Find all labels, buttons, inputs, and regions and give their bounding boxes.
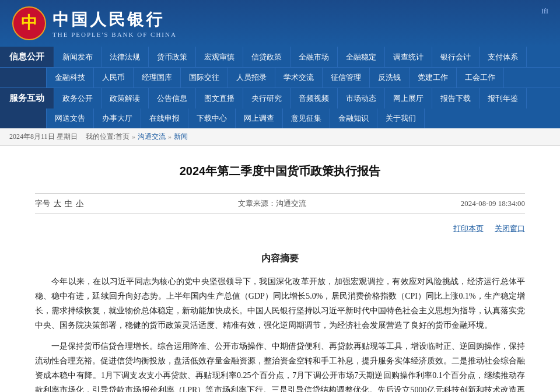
bank-emblem: 中 xyxy=(12,6,47,41)
breadcrumb-sep2: » xyxy=(168,132,172,141)
breadcrumb-date: 2024年8月11日 星期日 xyxy=(9,132,78,142)
nav-credit-management[interactable]: 征信管理 xyxy=(323,68,370,88)
print-button[interactable]: 打印本页 xyxy=(453,224,484,233)
nav-recruitment[interactable]: 人员招录 xyxy=(228,68,275,88)
font-small-btn[interactable]: 小 xyxy=(76,198,83,209)
nav-audio-video[interactable]: 音频视频 xyxy=(290,88,338,108)
font-size-controls: 字号 大 中 小 xyxy=(35,198,83,209)
nav-category-info: 信息公开 xyxy=(0,47,54,67)
nav-union[interactable]: 工会工作 xyxy=(457,68,504,88)
nav-row-1: 信息公开 新闻发布 法律法规 货币政策 宏观审慎 信贷政策 全融市场 全融稳定 … xyxy=(0,47,560,67)
article-title: 2024年第二季度中国货币政策执行报告 xyxy=(35,163,525,179)
nav-about-us[interactable]: 关于我们 xyxy=(377,108,425,128)
page-header: 中 中国人民银行 THE PEOPLE'S BANK OF CHINA IfI xyxy=(0,0,560,47)
main-navigation: 信息公开 新闻发布 法律法规 货币政策 宏观审慎 信贷政策 全融市场 全融稳定 … xyxy=(0,47,560,128)
article-paragraph-2: 一是保持货币信贷合理增长。综合运用降准、公开市场操作、中期借贷便利、再贷款再贴现… xyxy=(35,339,525,392)
nav-announcements[interactable]: 公告信息 xyxy=(149,88,196,108)
source-value: 沟通交流 xyxy=(276,199,306,208)
nav-news-release[interactable]: 新闻发布 xyxy=(54,47,102,67)
nav-yearbook[interactable]: 报刊年鉴 xyxy=(480,88,527,108)
nav-survey-stats[interactable]: 调查统计 xyxy=(385,47,432,67)
font-size-label: 字号 xyxy=(35,198,50,209)
nav-service-hall[interactable]: 办事大厅 xyxy=(94,108,141,128)
nav-party-building[interactable]: 党建工作 xyxy=(410,68,457,88)
nav-items-row4: 网送文告 办事大厅 在线申报 下载中心 网上调查 意见征集 金融知识 关于我们 xyxy=(47,108,560,128)
nav-items-row3: 政务公开 政策解读 公告信息 图文直播 央行研究 音频视频 市场动态 网上展厅 … xyxy=(54,88,560,108)
nav-banking-accounting[interactable]: 银行会计 xyxy=(432,47,480,67)
nav-items-row1: 新闻发布 法律法规 货币政策 宏观审慎 信贷政策 全融市场 全融稳定 调查统计 … xyxy=(54,47,560,67)
nav-report-download[interactable]: 报告下载 xyxy=(432,88,480,108)
nav-financial-market[interactable]: 全融市场 xyxy=(290,47,338,67)
en-bank-name: THE PEOPLE'S BANK OF CHINA xyxy=(52,31,177,38)
nav-anti-money[interactable]: 反洗钱 xyxy=(370,68,410,88)
nav-research[interactable]: 央行研究 xyxy=(243,88,290,108)
nav-online-apply[interactable]: 在线申报 xyxy=(141,108,188,128)
nav-financial-stability[interactable]: 全融稳定 xyxy=(338,47,385,67)
nav-row-4: 网送文告 办事大厅 在线申报 下载中心 网上调查 意见征集 金融知识 关于我们 xyxy=(0,108,560,128)
nav-credit-policy[interactable]: 信贷政策 xyxy=(243,47,290,67)
breadcrumb-link2[interactable]: 新闻 xyxy=(174,132,188,142)
nav-international[interactable]: 国际交往 xyxy=(181,68,228,88)
source-label: 文章来源： xyxy=(238,199,276,208)
article-body: 内容摘要 今年以来，在以习近平同志为核心的党中央坚强领导下，我国深化改革开放，加… xyxy=(35,250,525,392)
nav-feedback[interactable]: 意见征集 xyxy=(283,108,330,128)
article-paragraph-1: 今年以来，在以习近平同志为核心的党中央坚强领导下，我国深化改革开放，加强宏观调控… xyxy=(35,274,525,333)
font-large-btn[interactable]: 大 xyxy=(54,198,61,209)
font-medium-btn[interactable]: 中 xyxy=(65,198,72,209)
nav-market-dynamics[interactable]: 市场动态 xyxy=(338,88,385,108)
nav-treasury[interactable]: 经理国库 xyxy=(134,68,181,88)
nav-send-doc[interactable]: 网送文告 xyxy=(47,108,94,128)
nav-fintech[interactable]: 金融科技 xyxy=(47,68,94,88)
nav-row-2: 金融科技 人民币 经理国库 国际交往 人员招录 学术交流 征信管理 反洗钱 党建… xyxy=(0,67,560,88)
nav-policy-interpretation[interactable]: 政策解读 xyxy=(102,88,149,108)
nav-online-hall[interactable]: 网上展厅 xyxy=(385,88,432,108)
breadcrumb-sep1: » xyxy=(132,132,135,141)
nav-online-survey[interactable]: 网上调查 xyxy=(236,108,283,128)
nav-academic[interactable]: 学术交流 xyxy=(275,68,323,88)
breadcrumb-link1[interactable]: 沟通交流 xyxy=(138,132,166,142)
cn-bank-name: 中国人民银行 xyxy=(52,9,177,31)
nav-monetary-policy[interactable]: 货币政策 xyxy=(149,47,196,67)
nav-gov-affairs[interactable]: 政务公开 xyxy=(54,88,102,108)
nav-category-2 xyxy=(0,68,47,88)
main-content: 2024年第二季度中国货币政策执行报告 字号 大 中 小 文章来源：沟通交流 2… xyxy=(0,146,560,392)
section-heading: 内容摘要 xyxy=(35,250,525,267)
nav-items-row2: 金融科技 人民币 经理国库 国际交往 人员招录 学术交流 征信管理 反洗钱 党建… xyxy=(47,68,560,88)
bank-name-block: 中国人民银行 THE PEOPLE'S BANK OF CHINA xyxy=(52,9,177,38)
nav-live-graphic[interactable]: 图文直播 xyxy=(196,88,243,108)
close-button[interactable]: 关闭窗口 xyxy=(495,224,525,233)
article-date: 2024-08-09 18:34:00 xyxy=(461,199,525,208)
article-source: 文章来源：沟通交流 xyxy=(83,198,461,209)
nav-row-3: 服务互动 政务公开 政策解读 公告信息 图文直播 央行研究 音频视频 市场动态 … xyxy=(0,88,560,108)
nav-download-center[interactable]: 下载中心 xyxy=(188,108,236,128)
nav-rmb[interactable]: 人民币 xyxy=(94,68,134,88)
nav-category-4 xyxy=(0,108,47,128)
logo-area: 中 中国人民银行 THE PEOPLE'S BANK OF CHINA xyxy=(12,6,177,41)
nav-payment[interactable]: 支付体系 xyxy=(480,47,527,67)
print-close-bar: 打印本页 关闭窗口 xyxy=(35,221,525,241)
breadcrumb-location-label: 我的位置:首页 xyxy=(86,132,130,142)
header-top-right: IfI xyxy=(541,6,548,16)
breadcrumb: 2024年8月11日 星期日 我的位置:首页 » 沟通交流 » 新闻 xyxy=(0,128,560,146)
article-meta-bar: 字号 大 中 小 文章来源：沟通交流 2024-08-09 18:34:00 xyxy=(35,193,525,214)
nav-laws[interactable]: 法律法规 xyxy=(102,47,149,67)
svg-text:中: 中 xyxy=(21,13,37,32)
nav-macro-prudential[interactable]: 宏观审慎 xyxy=(196,47,243,67)
nav-financial-knowledge[interactable]: 金融知识 xyxy=(330,108,377,128)
nav-category-service: 服务互动 xyxy=(0,88,54,108)
